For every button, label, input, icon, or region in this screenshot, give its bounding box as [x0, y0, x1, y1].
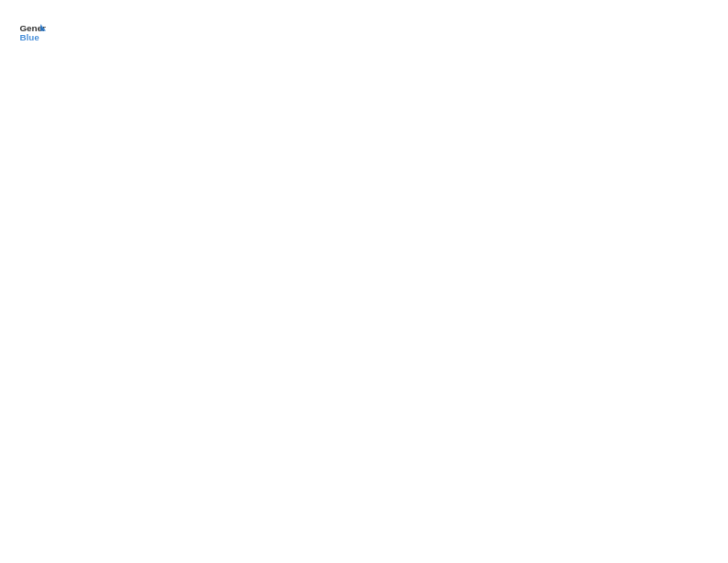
svg-text:Blue: Blue: [20, 32, 40, 42]
logo-icon: General Blue: [18, 18, 46, 46]
logo: General Blue: [18, 18, 46, 46]
page-header: General Blue: [18, 18, 710, 46]
